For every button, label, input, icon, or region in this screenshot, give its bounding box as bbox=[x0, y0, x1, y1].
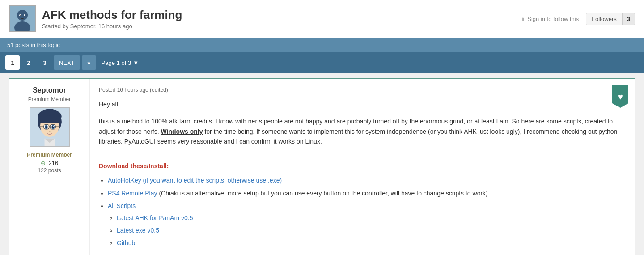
post-avatar bbox=[30, 107, 70, 147]
panam-link[interactable]: Latest AHK for PanAm v0.5 bbox=[117, 214, 193, 221]
user-posts-count: 122 posts bbox=[17, 167, 82, 174]
post-paragraph-1: this is a method to 100% afk farm credit… bbox=[99, 116, 626, 146]
post-greeting: Hey all, bbox=[99, 99, 626, 109]
list-item-autohotkey: AutoHotKey (if you want to edit the scri… bbox=[108, 175, 626, 185]
post-container: Septomor Premium Member bbox=[9, 78, 635, 255]
download-heading[interactable]: Download these/Install: bbox=[99, 161, 626, 171]
page-dropdown-icon[interactable]: ▼ bbox=[133, 60, 139, 66]
page-of: Page 1 of 3 ▼ bbox=[102, 60, 139, 66]
rep-icon: ⊕ bbox=[41, 160, 46, 166]
list-item-ps4: PS4 Remote Play (Chiaki is an alternativ… bbox=[108, 188, 626, 198]
svg-point-17 bbox=[46, 126, 47, 127]
ps4-description: (Chiaki is an alternative, more setup bu… bbox=[159, 190, 487, 197]
next-button[interactable]: NEXT bbox=[54, 55, 80, 70]
last-page-button[interactable]: » bbox=[82, 55, 96, 70]
post-body: Hey all, this is a method to 100% afk fa… bbox=[99, 99, 626, 248]
autohotkey-link[interactable]: AutoHotKey (if you want to edit the scri… bbox=[108, 177, 282, 184]
page-btn-3[interactable]: 3 bbox=[38, 55, 52, 70]
pagination-controls: 1 2 3 NEXT » Page 1 of 3 ▼ bbox=[0, 52, 644, 73]
topic-title: AFK methods for farming bbox=[42, 8, 182, 22]
heart-banner[interactable]: ♥ bbox=[612, 85, 628, 108]
ps4-link[interactable]: PS4 Remote Play bbox=[108, 190, 157, 197]
sub-link-exe: Latest exe v0.5 bbox=[117, 225, 626, 235]
sub-link-github: Github bbox=[117, 238, 626, 248]
page-btn-1[interactable]: 1 bbox=[5, 55, 20, 70]
page-btn-2[interactable]: 2 bbox=[21, 55, 36, 70]
pagination-bar: 51 posts in this topic 1 2 3 NEXT » Page… bbox=[0, 38, 644, 73]
topic-header: AFK methods for farming Started by Septo… bbox=[0, 0, 644, 38]
posts-count: 51 posts in this topic bbox=[0, 38, 644, 52]
svg-point-18 bbox=[53, 126, 54, 127]
followers-label: Followers bbox=[586, 13, 622, 25]
topic-title-block: AFK methods for farming Started by Septo… bbox=[42, 8, 182, 30]
topic-header-right: ℹ Sign in to follow this Followers 3 bbox=[522, 13, 635, 25]
member-badge: Premium Member bbox=[17, 152, 82, 158]
followers-button[interactable]: Followers 3 bbox=[586, 13, 635, 25]
sub-link-panam: Latest AHK for PanAm v0.5 bbox=[117, 213, 626, 223]
heart-icon: ♥ bbox=[618, 92, 623, 101]
svg-point-5 bbox=[20, 15, 21, 16]
all-scripts-link[interactable]: All Scripts bbox=[108, 202, 136, 209]
like-button[interactable]: ♥ bbox=[612, 85, 628, 108]
topic-header-left: AFK methods for farming Started by Septo… bbox=[9, 5, 182, 32]
started-by: Started by Septomor, 16 hours ago bbox=[42, 23, 182, 30]
sign-in-follow[interactable]: ℹ Sign in to follow this bbox=[522, 16, 581, 22]
svg-point-1 bbox=[17, 10, 28, 21]
svg-point-6 bbox=[25, 15, 25, 16]
post-user-role: Premium Member bbox=[17, 96, 82, 102]
list-item-all-scripts: All Scripts Latest AHK for PanAm v0.5 La… bbox=[108, 201, 626, 248]
post-time: Posted 16 hours ago (edited) bbox=[99, 87, 168, 93]
post-meta: Posted 16 hours ago (edited) ⚑ bbox=[99, 85, 626, 94]
sub-links-list: Latest AHK for PanAm v0.5 Latest exe v0.… bbox=[117, 213, 626, 248]
windows-only-text: Windows only bbox=[161, 128, 203, 135]
content-wrapper: Septomor Premium Member bbox=[0, 78, 644, 255]
info-icon: ℹ bbox=[522, 16, 524, 22]
post-username: Septomor bbox=[17, 86, 82, 94]
post-content: Posted 16 hours ago (edited) ⚑ Hey all, … bbox=[90, 79, 635, 255]
topic-avatar bbox=[9, 5, 36, 32]
links-list: AutoHotKey (if you want to edit the scri… bbox=[108, 175, 626, 248]
github-link[interactable]: Github bbox=[117, 239, 135, 246]
followers-count: 3 bbox=[622, 13, 635, 25]
page-of-text: Page 1 of 3 bbox=[102, 60, 131, 66]
exe-link[interactable]: Latest exe v0.5 bbox=[117, 227, 159, 234]
user-panel: Septomor Premium Member bbox=[9, 79, 90, 255]
user-rep: ⊕ 216 bbox=[17, 160, 82, 166]
